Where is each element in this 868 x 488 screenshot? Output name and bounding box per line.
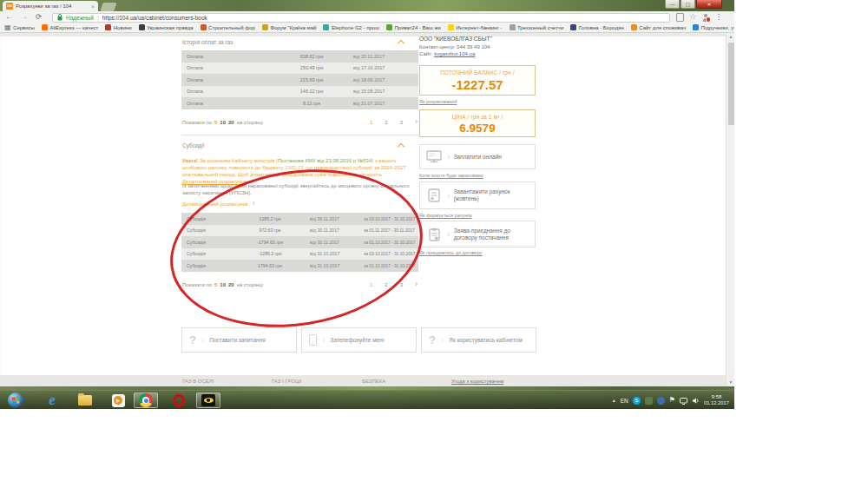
gas-price-box: ЦІНА / грн за 1 м³ / 6.9579 [419, 109, 536, 137]
bookmark-item[interactable]: Строительный фор [201, 24, 255, 30]
page-3[interactable]: 3 [400, 120, 403, 125]
footer-item-gas-at-home[interactable]: ГАЗ В ОСЕЛІ [182, 379, 214, 384]
next-page-icon[interactable]: › [415, 280, 418, 288]
resolution-link[interactable]: Постанова КМУ від 23.08.2016 р №534 [278, 158, 372, 163]
page-scrollbar[interactable]: ▲ ▼ [726, 33, 734, 386]
back-icon[interactable]: ← [5, 12, 13, 21]
bookmark-item[interactable]: Новини [105, 24, 131, 30]
collapse-subsidies-icon[interactable] [398, 142, 404, 148]
how-invoice-formed-link[interactable]: Як формується рахунок [419, 213, 472, 218]
bookmark-item[interactable]: Форум "Країна май [262, 24, 317, 30]
table-row: Оплата215.69 грнвід 18.09.2017 [181, 74, 418, 86]
page-viewport: Історія оплат за газ Оплата638.62 грнвід… [0, 33, 726, 386]
maximize-button[interactable]: ▢ [681, 0, 695, 9]
bookmark-apps[interactable]: ▦Сервисы [4, 24, 35, 31]
page-2[interactable]: 2 [385, 120, 387, 125]
up-favicon [139, 24, 145, 30]
display-icon[interactable] [680, 392, 687, 408]
contract-application-button[interactable]: › Заява-приєднання до договору постачанн… [419, 221, 536, 247]
how-to-use-button[interactable]: ? › Як користуватись кабінетом [421, 327, 536, 353]
taskbar-clock[interactable]: 9:5801.12.2017 [704, 394, 729, 406]
bookmark-item[interactable]: Сайт для споживач [631, 24, 686, 30]
opera-icon [173, 394, 185, 407]
bookmark-item[interactable]: Підручники, учебн [693, 24, 734, 30]
page-top-band [0, 33, 726, 36]
call-me-button[interactable]: › Зателефонуйте мені [301, 327, 417, 353]
shield-icon[interactable] [657, 397, 665, 405]
browser-toolbar: ← → ⟳ Надежный | https://104.ua/ua/cabin… [0, 11, 734, 23]
chevron-right-icon: › [201, 336, 204, 345]
footer-item-gas-and-money[interactable]: ГАЗ І ГРОШІ [272, 379, 301, 384]
bookmark-item[interactable]: Трехзонный счетчи [510, 24, 564, 30]
scroll-up-icon[interactable]: ▲ [727, 33, 734, 41]
minimize-button[interactable]: — [665, 0, 680, 9]
speaker-icon[interactable] [692, 392, 700, 408]
phone-icon [309, 334, 317, 346]
taskbar-chrome-active[interactable] [134, 392, 158, 408]
next-page-icon[interactable]: › [415, 118, 418, 126]
address-bar[interactable]: Надежный | https://104.ua/ua/cabinet/con… [52, 13, 670, 23]
bookmark-item[interactable]: Головна - Бородян [570, 24, 624, 30]
footer-user-agreement-link[interactable]: Угода з користувачем [451, 379, 503, 384]
pay-online-button[interactable]: › Заплатити онлайн [419, 144, 536, 169]
bookmark-item[interactable]: Украинская правда [139, 24, 194, 30]
collapse-payments-icon[interactable] [398, 39, 404, 45]
windows-taskbar: e ▶ ▲ EN S ⚑ 9:5801.12.2017 [0, 390, 734, 409]
how-balance-calculated-link[interactable]: Як розрахований [419, 99, 457, 104]
taskbar-media-player[interactable]: ▶ [106, 392, 130, 408]
company-name: ООО "КИЕВОБЛГАЗ СБЫТ" [419, 36, 536, 42]
hidden-icons-chevron[interactable]: ▲ [612, 398, 616, 403]
tab-close-icon[interactable]: × [91, 3, 95, 10]
taskbar-file-explorer[interactable] [73, 392, 97, 408]
page-footer: ГАЗ В ОСЕЛІ ГАЗ І ГРОШІ БЕЗПЕКА Угода з … [0, 375, 726, 386]
action-center-flag-icon[interactable]: ⚑ [669, 397, 675, 404]
windows-start-icon [8, 392, 23, 408]
bookmark-star-icon[interactable]: ☆ [689, 13, 696, 21]
current-balance-box: ПОТОЧНИЙ БАЛАНС / грн / -1227.57 [419, 65, 536, 96]
new-tab-button[interactable] [100, 3, 116, 11]
scrollbar-thumb[interactable] [728, 43, 734, 125]
page-1[interactable]: 1 [370, 120, 372, 125]
browser-window: 104 Розрахунки за газ / 104 × — ▢ × ← → … [0, 0, 734, 386]
system-tray: ▲ EN S ⚑ 9:5801.12.2017 [612, 391, 729, 409]
question-icon: ? [189, 333, 196, 346]
how-to-join-contract-link[interactable]: Як приєднатись до договору [419, 250, 482, 255]
bookmark-item[interactable]: Elephone G2 - прош [323, 24, 379, 30]
save-page-icon[interactable] [676, 13, 684, 22]
page-3[interactable]: 3 [400, 282, 403, 287]
taskbar-internet-explorer[interactable]: e [40, 392, 64, 408]
download-invoice-button[interactable]: › Завантажити рахунок (жовтень) [419, 181, 536, 209]
forward-icon[interactable]: → [21, 12, 29, 21]
tab-favicon-104: 104 [6, 3, 13, 10]
reload-icon[interactable]: ⟳ [36, 12, 42, 21]
taskbar-batman-app[interactable] [196, 392, 220, 408]
aliexpress-favicon [42, 24, 48, 30]
when-funds-credited-link[interactable]: Коли кошти буде зараховано [419, 173, 483, 178]
page-size-10[interactable]: 10 [220, 120, 226, 125]
profile-avatar[interactable] [701, 13, 710, 22]
page-size-20[interactable]: 20 [228, 120, 234, 125]
taskbar-opera[interactable] [167, 392, 191, 408]
contract-icon [424, 228, 444, 241]
page-size-5[interactable]: 5 [214, 120, 217, 125]
ask-question-button[interactable]: ? › Поставити запитання [181, 327, 297, 353]
browser-menu-icon[interactable]: ⋮ [715, 14, 722, 21]
news-favicon [105, 24, 111, 30]
company-site-link[interactable]: kvgaszbut.104.ua [434, 51, 475, 56]
bookmark-item[interactable]: Приват24 - Ваш жи [386, 24, 441, 30]
skype-icon[interactable]: S [633, 397, 641, 405]
bookmark-item[interactable]: Интернет-банкинг - [448, 24, 503, 30]
padlock-icon [57, 14, 62, 21]
language-indicator[interactable]: EN [621, 398, 628, 404]
close-button[interactable]: × [696, 0, 722, 9]
scroll-down-icon[interactable]: ▼ [727, 379, 734, 386]
start-button[interactable] [3, 392, 28, 408]
footer-item-safety[interactable]: БЕЗПЕКА [362, 379, 385, 384]
browser-tab[interactable]: 104 Розрахунки за газ / 104 × [3, 1, 98, 11]
price-value: 6.9579 [420, 122, 535, 135]
chevron-right-icon: › [447, 191, 450, 201]
bookmark-item[interactable]: AliExpress — качест [42, 24, 98, 30]
network-icon[interactable] [645, 397, 653, 405]
question-icon: ? [429, 333, 436, 346]
monitor-icon [424, 150, 444, 163]
